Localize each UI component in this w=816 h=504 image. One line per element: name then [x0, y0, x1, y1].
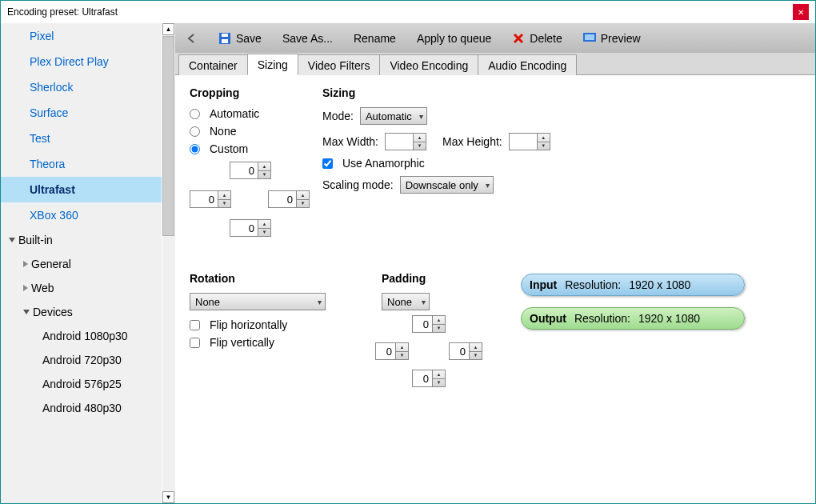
- tab-container[interactable]: Container: [178, 54, 248, 75]
- chevron-down-icon: [9, 238, 15, 242]
- back-button[interactable]: [182, 30, 201, 47]
- fliph-label: Flip horizontally: [210, 318, 287, 331]
- mode-label: Mode:: [322, 110, 354, 122]
- rename-button[interactable]: Rename: [350, 30, 399, 47]
- pad-left-spinner[interactable]: ▲▼: [375, 342, 409, 360]
- tab-audio-encoding[interactable]: Audio Encoding: [478, 54, 577, 75]
- maxh-spinner[interactable]: ▲▼: [509, 133, 550, 150]
- apply-queue-button[interactable]: Apply to queue: [414, 30, 494, 47]
- pad-bottom-input[interactable]: [413, 370, 432, 386]
- save-as-label: Save As...: [282, 32, 333, 45]
- spin-up-icon[interactable]: ▲: [433, 316, 445, 325]
- spin-up-icon[interactable]: ▲: [258, 162, 270, 171]
- preset-item[interactable]: Theora: [1, 151, 162, 177]
- flipv-checkbox[interactable]: [190, 338, 200, 348]
- pad-top-spinner[interactable]: ▲▼: [412, 315, 446, 333]
- spin-up-icon[interactable]: ▲: [414, 134, 426, 142]
- fliph-checkbox[interactable]: [190, 320, 200, 330]
- spin-down-icon[interactable]: ▼: [433, 325, 445, 333]
- tab-video-encoding[interactable]: Video Encoding: [379, 54, 478, 75]
- output-res-value: 1920 x 1080: [638, 312, 700, 325]
- rename-label: Rename: [354, 32, 396, 45]
- pad-top-input[interactable]: [413, 316, 432, 332]
- spin-down-icon[interactable]: ▼: [433, 379, 445, 387]
- sidebar-subcat-general[interactable]: General: [1, 252, 162, 276]
- input-res-label: Resolution:: [565, 278, 621, 291]
- preset-item[interactable]: Pixel: [1, 23, 162, 49]
- cropping-heading: Cropping: [190, 86, 318, 99]
- preset-item-selected[interactable]: Ultrafast: [1, 177, 162, 202]
- spin-down-icon[interactable]: ▼: [297, 200, 309, 208]
- input-label: Input: [530, 278, 557, 291]
- spin-up-icon[interactable]: ▲: [297, 191, 309, 200]
- pad-bottom-spinner[interactable]: ▲▼: [412, 370, 446, 387]
- scroll-thumb[interactable]: [162, 36, 174, 236]
- device-preset-item[interactable]: Android 576p25: [1, 372, 162, 396]
- maxw-label: Max Width:: [322, 135, 378, 148]
- crop-bottom-spinner[interactable]: ▲▼: [230, 219, 271, 237]
- sidebar-scrollbar[interactable]: ▲ ▼: [162, 23, 175, 503]
- preset-item[interactable]: Surface: [1, 100, 162, 126]
- spin-down-icon[interactable]: ▼: [470, 352, 482, 360]
- mode-select[interactable]: Automatic: [360, 107, 427, 125]
- spin-up-icon[interactable]: ▲: [396, 343, 408, 352]
- save-as-button[interactable]: Save As...: [279, 30, 336, 47]
- spin-down-icon[interactable]: ▼: [414, 142, 426, 150]
- padding-select[interactable]: None: [382, 293, 430, 310]
- spin-up-icon[interactable]: ▲: [433, 370, 445, 379]
- spin-down-icon[interactable]: ▼: [258, 229, 270, 237]
- spin-down-icon[interactable]: ▼: [538, 142, 550, 150]
- device-preset-item[interactable]: Android 1080p30: [1, 324, 162, 348]
- chevron-right-icon: [23, 285, 28, 291]
- chevron-down-icon: [23, 310, 30, 314]
- anamorphic-checkbox[interactable]: [322, 158, 333, 169]
- device-preset-item[interactable]: Android 480p30: [1, 396, 162, 420]
- crop-left-input[interactable]: [190, 191, 218, 207]
- cropping-auto-radio[interactable]: [190, 109, 200, 119]
- spin-down-icon[interactable]: ▼: [258, 171, 270, 179]
- cropping-none-radio[interactable]: [190, 126, 200, 137]
- delete-button[interactable]: Delete: [509, 30, 565, 47]
- scroll-up-icon[interactable]: ▲: [162, 23, 174, 35]
- pad-right-spinner[interactable]: ▲▼: [449, 342, 482, 360]
- crop-right-input[interactable]: [269, 191, 296, 207]
- preview-button[interactable]: Preview: [580, 30, 644, 47]
- crop-top-spinner[interactable]: ▲▼: [230, 162, 271, 179]
- maxh-input[interactable]: [510, 134, 537, 150]
- spin-up-icon[interactable]: ▲: [218, 191, 230, 200]
- crop-left-spinner[interactable]: ▲▼: [190, 190, 231, 208]
- preset-item[interactable]: Test: [1, 126, 162, 151]
- maxw-spinner[interactable]: ▲▼: [385, 133, 426, 150]
- apply-label: Apply to queue: [417, 32, 491, 45]
- sidebar-category-builtin[interactable]: Built-in: [1, 228, 162, 252]
- crop-top-input[interactable]: [230, 162, 258, 178]
- close-button[interactable]: ✕: [793, 4, 809, 20]
- scaling-select[interactable]: Downscale only: [400, 176, 494, 194]
- crop-bottom-input[interactable]: [230, 220, 258, 236]
- sidebar-subcat-web[interactable]: Web: [1, 276, 162, 300]
- preset-item[interactable]: XBox 360: [1, 202, 162, 228]
- spin-up-icon[interactable]: ▲: [470, 343, 482, 352]
- spin-down-icon[interactable]: ▼: [396, 352, 408, 360]
- spin-down-icon[interactable]: ▼: [218, 200, 230, 208]
- spin-up-icon[interactable]: ▲: [258, 220, 270, 229]
- spin-up-icon[interactable]: ▲: [538, 134, 550, 142]
- cropping-custom-label: Custom: [210, 142, 248, 155]
- cropping-custom-radio[interactable]: [190, 144, 200, 154]
- scroll-down-icon[interactable]: ▼: [162, 491, 174, 503]
- save-button[interactable]: Save: [215, 30, 265, 47]
- device-preset-item[interactable]: Android 720p30: [1, 348, 162, 372]
- rotation-select[interactable]: None: [190, 293, 326, 310]
- sidebar-subcat-devices[interactable]: Devices: [1, 300, 162, 324]
- padding-heading: Padding: [382, 272, 486, 285]
- preset-item[interactable]: Sherlock: [1, 74, 162, 100]
- tab-sizing[interactable]: Sizing: [247, 54, 298, 75]
- maxw-input[interactable]: [386, 134, 413, 150]
- pad-right-input[interactable]: [450, 343, 469, 359]
- tab-video-filters[interactable]: Video Filters: [298, 54, 381, 75]
- subcat-label: Web: [31, 282, 54, 294]
- pad-left-input[interactable]: [376, 343, 395, 359]
- crop-right-spinner[interactable]: ▲▼: [268, 190, 310, 208]
- preset-item[interactable]: Plex Direct Play: [1, 49, 162, 74]
- close-icon: ✕: [798, 8, 804, 17]
